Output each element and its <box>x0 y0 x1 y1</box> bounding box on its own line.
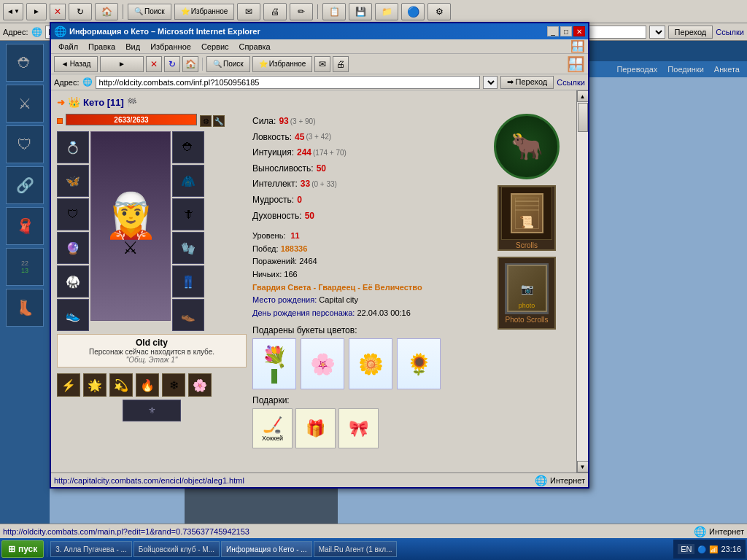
forward-button[interactable]: ► <box>26 3 47 20</box>
ie-close-button[interactable]: ✕ <box>573 26 585 36</box>
start-label: пуск <box>18 544 37 554</box>
gift-3[interactable]: 🎀 <box>338 408 379 448</box>
skill-1[interactable]: ⚡ <box>57 373 80 397</box>
flower-white[interactable]: 🌼 <box>349 338 392 389</box>
mail-button[interactable]: ✉ <box>237 3 260 20</box>
draws-value: 166 <box>284 270 297 279</box>
ie-refresh-button[interactable]: ↻ <box>164 56 180 72</box>
ie-mail-button[interactable]: ✉ <box>314 56 330 72</box>
emblem: ⚜ <box>123 400 181 421</box>
ie-home-button[interactable]: 🏠 <box>182 56 198 72</box>
flower-purple[interactable]: 💐 <box>252 338 296 389</box>
char-stats-col: Сила: 93 (3 + 90) Ловкость: 45 (3 + 42) … <box>252 114 477 448</box>
menu-help[interactable]: Справка <box>235 41 275 52</box>
flower-yellow[interactable]: 🌻 <box>397 338 441 389</box>
gift-2[interactable]: 🎁 <box>295 408 336 448</box>
flowers-row: 💐 🌸 🌼 <box>252 338 477 389</box>
equip-slot-shield[interactable]: 🛡 <box>57 198 89 230</box>
equip-slot-cloak[interactable]: 🧥 <box>172 165 204 197</box>
scroll-track <box>577 102 589 461</box>
language-button[interactable]: EN <box>678 544 694 554</box>
equip-slot-gloves[interactable]: 🧤 <box>172 232 204 264</box>
equip-slot-weapon[interactable]: 🗡 <box>172 198 204 230</box>
skill-4[interactable]: 🔥 <box>136 373 159 397</box>
favorites-button-outer[interactable]: ⭐ Избранное <box>174 4 235 20</box>
menu-service[interactable]: Сервис <box>197 41 233 52</box>
badge-2[interactable]: 🔧 <box>213 115 225 127</box>
equip-slot-legs[interactable]: 👖 <box>172 265 204 298</box>
equip-slot-amulet[interactable]: 🔮 <box>57 232 89 264</box>
refresh-button[interactable]: ↻ <box>69 3 92 20</box>
print-button[interactable]: 🖨 <box>263 3 287 20</box>
arrow-icon: ➜ <box>57 97 65 108</box>
ie-print-button[interactable]: 🖨 <box>333 56 349 72</box>
wins-info: Побед: 188336 <box>252 243 477 256</box>
skill-2[interactable]: 🌟 <box>83 373 107 397</box>
skill-3[interactable]: 💫 <box>109 373 133 397</box>
equip-slot-armor2[interactable]: 🥋 <box>57 265 89 298</box>
stop-button[interactable]: ✕ <box>50 4 66 20</box>
scroll-down-button[interactable]: ▼ <box>577 461 589 472</box>
scroll-up-button[interactable]: ▲ <box>577 90 589 102</box>
ie-search-button[interactable]: 🔍 Поиск <box>206 56 250 72</box>
ie-address-dropdown[interactable] <box>483 76 498 89</box>
skill-5[interactable]: ❄ <box>162 373 185 397</box>
left-sidebar: ⛑ ⚔ 🛡 🔗 🧣 22 13 👢 <box>0 41 50 524</box>
bluetooth-button[interactable]: 🔵 <box>401 3 425 20</box>
sidebar-item-7: 👢 <box>6 289 44 327</box>
equip-slot-boots3[interactable]: 👞 <box>172 299 204 331</box>
subnav-profile[interactable]: Анкета <box>710 64 744 74</box>
scrolls-item[interactable]: 📜 Scrolls <box>498 185 556 251</box>
ie-minimize-button[interactable]: _ <box>547 26 559 36</box>
skill-6[interactable]: 🌸 <box>188 373 212 397</box>
birthday-value: 22.04.03 00:16 <box>357 308 410 317</box>
equip-slot-wings[interactable]: 🦋 <box>57 165 89 197</box>
char-flag-icon: 🏁 <box>127 98 137 107</box>
equip-slot-boots2[interactable]: 👟 <box>57 299 89 331</box>
home-button[interactable]: 🏠 <box>95 3 118 20</box>
equip-slot-ring[interactable]: 💍 <box>57 131 89 163</box>
ie-go-button[interactable]: ➡ Переход <box>500 76 554 89</box>
guild-emblem[interactable]: 🐂 <box>494 114 560 179</box>
scroll-thumb[interactable] <box>578 103 588 132</box>
disk-button[interactable]: 💾 <box>349 3 372 20</box>
address-dropdown[interactable] <box>649 26 665 39</box>
ie-forward-button[interactable]: ► <box>100 56 144 72</box>
search-button-outer[interactable]: 🔍 Поиск <box>128 4 171 20</box>
outer-go-button[interactable]: Переход <box>668 26 713 39</box>
flower-blue[interactable]: 🌸 <box>301 338 344 389</box>
menu-file[interactable]: Файл <box>54 41 82 52</box>
ie-stop-button[interactable]: ✕ <box>146 56 162 72</box>
extra-button[interactable]: ⚙ <box>427 3 451 20</box>
ie-maximize-button[interactable]: □ <box>560 26 572 36</box>
taskbar-btn-2[interactable]: Бойцовский клуб - М... <box>133 541 220 557</box>
badge-1[interactable]: ⚙ <box>200 115 212 127</box>
subnav-duels[interactable]: Поединки <box>663 64 708 74</box>
taskbar-btn-1[interactable]: 3. Алла Пугачева - ... <box>50 541 132 557</box>
ie-back-button[interactable]: ◄ Назад <box>54 56 98 72</box>
gifts-row: 🏒 Хоккей 🎁 🎀 <box>252 408 477 448</box>
menu-edit[interactable]: Правка <box>84 41 120 52</box>
taskbar-btn-4[interactable]: Mail.Ru Агент (1 вкл... <box>314 541 398 557</box>
ie-favorites-button[interactable]: ⭐ Избранное <box>252 56 313 72</box>
character-sword-figure: ⚔ <box>123 238 139 258</box>
edit-button[interactable]: ✏ <box>290 3 313 20</box>
wifi-icon: 📶 <box>709 545 718 553</box>
ring-icon: 💍 <box>66 141 80 155</box>
folder-button[interactable]: 📁 <box>375 3 398 20</box>
subnav-translations[interactable]: Переводах <box>612 64 662 74</box>
ie-address-input[interactable] <box>96 76 480 89</box>
copy-button[interactable]: 📋 <box>322 3 346 20</box>
start-button[interactable]: ⊞ пуск <box>1 540 44 558</box>
stat-intellect: Интеллект: 33 (0 + 33) <box>252 176 477 192</box>
gift-hockey[interactable]: 🏒 Хоккей <box>252 408 293 448</box>
taskbar-btn-3[interactable]: Информация о Кето - ... <box>221 541 312 557</box>
photo-scrolls-item[interactable]: 📷 photo Photo Scrolls <box>498 257 556 330</box>
ie-links-button[interactable]: Ссылки <box>557 78 585 87</box>
menu-favorites[interactable]: Избранное <box>146 41 196 52</box>
losses-info: Поражений: 2464 <box>252 255 477 268</box>
outer-links-button[interactable]: Ссылки <box>716 28 744 36</box>
menu-view[interactable]: Вид <box>121 41 144 52</box>
back-button[interactable]: ◄ ▼ <box>3 3 23 20</box>
equip-slot-helm[interactable]: ⛑ <box>172 131 204 163</box>
